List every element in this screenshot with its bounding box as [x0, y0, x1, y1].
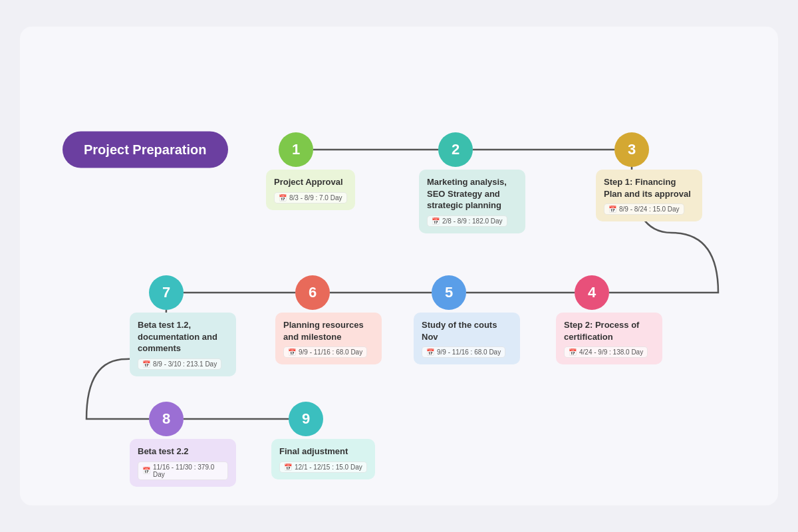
date-text-8: 11/16 - 11/30 : 379.0 Day: [153, 464, 223, 478]
label-box-7: Beta test 1.2, documentation and comment…: [130, 313, 236, 376]
cal-icon-4: 📅: [569, 348, 577, 356]
node-9[interactable]: 9: [289, 402, 323, 436]
cal-icon-3: 📅: [608, 205, 616, 213]
node-4[interactable]: 4: [575, 275, 609, 310]
project-title-pill: Project Preparation: [63, 132, 228, 168]
cal-icon-6: 📅: [288, 348, 296, 356]
node-7[interactable]: 7: [149, 275, 184, 310]
label-box-8: Beta test 2.2📅11/16 - 11/30 : 379.0 Day: [130, 439, 236, 487]
date-text-9: 12/1 - 12/15 : 15.0 Day: [295, 464, 362, 471]
task-title-7: Beta test 1.2, documentation and comment…: [138, 319, 228, 354]
task-title-3: Step 1: Financing Plan and its approval: [604, 176, 694, 200]
task-title-2: Marketing analysis, SEO Strategy and str…: [427, 176, 517, 211]
label-box-1: Project Approval📅8/3 - 8/9 : 7.0 Day: [266, 170, 355, 210]
node-1[interactable]: 1: [279, 132, 313, 167]
date-text-1: 8/3 - 8/9 : 7.0 Day: [289, 194, 342, 201]
label-box-9: Final adjustment📅12/1 - 12/15 : 15.0 Day: [271, 439, 375, 479]
label-box-6: Planning resources and milestone📅9/9 - 1…: [275, 313, 382, 364]
cal-icon-2: 📅: [432, 217, 440, 225]
connector-lines: [20, 27, 778, 505]
node-3[interactable]: 3: [614, 132, 649, 167]
label-box-5: Study of the couts Nov📅9/9 - 11/16 : 68.…: [414, 313, 520, 364]
cal-icon-1: 📅: [279, 194, 287, 201]
task-title-6: Planning resources and milestone: [283, 319, 374, 342]
task-title-9: Final adjustment: [279, 446, 367, 458]
cal-icon-8: 📅: [142, 467, 150, 474]
label-box-4: Step 2: Process of certification📅4/24 - …: [556, 313, 662, 364]
cal-icon-9: 📅: [284, 464, 292, 471]
date-text-4: 4/24 - 9/9 : 138.0 Day: [579, 348, 643, 356]
date-text-3: 8/9 - 8/24 : 15.0 Day: [619, 205, 680, 213]
node-6[interactable]: 6: [295, 275, 330, 310]
cal-icon-5: 📅: [426, 348, 434, 356]
date-text-6: 9/9 - 11/16 : 68.0 Day: [299, 348, 362, 356]
date-text-7: 8/9 - 3/10 : 213.1 Day: [153, 360, 217, 368]
node-2[interactable]: 2: [438, 132, 473, 167]
date-text-5: 9/9 - 11/16 : 68.0 Day: [437, 348, 501, 356]
node-8[interactable]: 8: [149, 402, 184, 436]
node-5[interactable]: 5: [432, 275, 466, 310]
task-title-5: Study of the couts Nov: [422, 319, 512, 342]
task-title-8: Beta test 2.2: [138, 446, 228, 458]
label-box-2: Marketing analysis, SEO Strategy and str…: [419, 170, 525, 233]
date-text-2: 2/8 - 8/9 : 182.0 Day: [442, 217, 503, 225]
task-title-1: Project Approval: [274, 176, 347, 188]
task-title-4: Step 2: Process of certification: [564, 319, 654, 342]
label-box-3: Step 1: Financing Plan and its approval📅…: [596, 170, 702, 221]
cal-icon-7: 📅: [142, 360, 150, 368]
main-canvas: Project Preparation 1Project Approval📅8/…: [20, 27, 778, 505]
